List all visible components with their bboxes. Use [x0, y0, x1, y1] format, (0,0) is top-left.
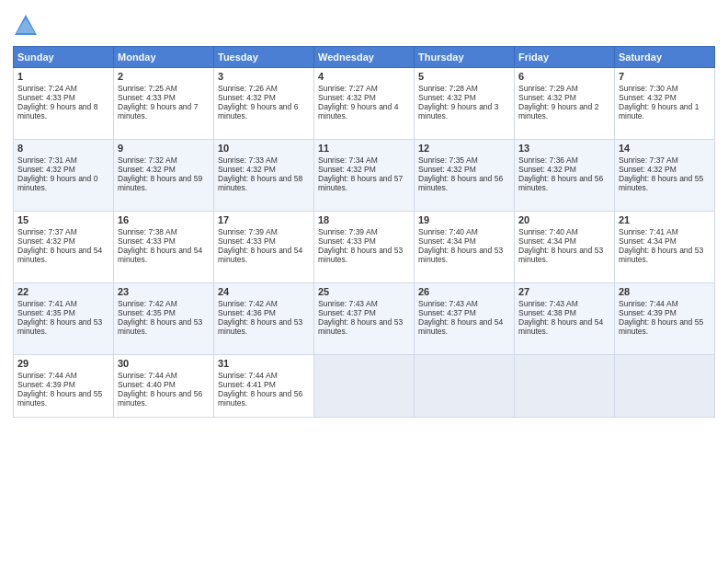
sunset: Sunset: 4:32 PM — [218, 165, 276, 174]
calendar-cell: 24Sunrise: 7:42 AMSunset: 4:36 PMDayligh… — [214, 283, 314, 355]
calendar-cell: 26Sunrise: 7:43 AMSunset: 4:37 PMDayligh… — [415, 283, 515, 355]
sunset: Sunset: 4:35 PM — [17, 308, 75, 317]
calendar-cell: 28Sunrise: 7:44 AMSunset: 4:39 PMDayligh… — [615, 283, 715, 355]
daylight: Daylight: 9 hours and 2 minutes. — [518, 102, 598, 121]
day-number: 23 — [118, 286, 210, 297]
sunset: Sunset: 4:32 PM — [619, 165, 677, 174]
sunrise: Sunrise: 7:33 AM — [218, 155, 278, 165]
week-row-3: 15Sunrise: 7:37 AMSunset: 4:32 PMDayligh… — [14, 212, 715, 283]
day-header-friday: Friday — [515, 47, 615, 68]
daylight: Daylight: 8 hours and 54 minutes. — [218, 246, 302, 264]
sunrise: Sunrise: 7:39 AM — [218, 227, 278, 236]
calendar-cell: 7Sunrise: 7:30 AMSunset: 4:32 PMDaylight… — [615, 68, 715, 140]
sunset: Sunset: 4:34 PM — [418, 236, 476, 246]
daylight: Daylight: 8 hours and 53 minutes. — [318, 246, 403, 264]
day-number: 24 — [218, 286, 310, 297]
sunset: Sunset: 4:33 PM — [118, 93, 176, 102]
calendar-cell: 9Sunrise: 7:32 AMSunset: 4:32 PMDaylight… — [114, 140, 214, 212]
sunrise: Sunrise: 7:26 AM — [218, 84, 278, 93]
calendar-cell: 16Sunrise: 7:38 AMSunset: 4:33 PMDayligh… — [114, 212, 214, 283]
daylight: Daylight: 8 hours and 56 minutes. — [418, 174, 503, 192]
sunrise: Sunrise: 7:41 AM — [619, 227, 678, 236]
sunrise: Sunrise: 7:41 AM — [17, 299, 77, 308]
daylight: Daylight: 8 hours and 53 minutes. — [318, 317, 403, 336]
sunset: Sunset: 4:39 PM — [17, 380, 75, 389]
day-number: 19 — [418, 214, 510, 225]
sunrise: Sunrise: 7:29 AM — [518, 84, 578, 93]
day-number: 31 — [218, 358, 310, 369]
calendar-cell: 27Sunrise: 7:43 AMSunset: 4:38 PMDayligh… — [515, 283, 615, 355]
daylight: Daylight: 9 hours and 7 minutes. — [118, 102, 198, 121]
calendar-cell: 15Sunrise: 7:37 AMSunset: 4:32 PMDayligh… — [14, 212, 114, 283]
sunset: Sunset: 4:32 PM — [518, 93, 576, 102]
day-number: 10 — [218, 143, 310, 154]
daylight: Daylight: 8 hours and 53 minutes. — [518, 246, 603, 264]
sunrise: Sunrise: 7:44 AM — [619, 299, 678, 308]
week-row-5: 29Sunrise: 7:44 AMSunset: 4:39 PMDayligh… — [14, 355, 715, 418]
day-header-sunday: Sunday — [14, 47, 114, 68]
day-number: 9 — [118, 143, 210, 154]
day-number: 17 — [218, 214, 310, 225]
daylight: Daylight: 9 hours and 6 minutes. — [218, 102, 298, 121]
day-number: 8 — [17, 143, 109, 154]
sunrise: Sunrise: 7:31 AM — [17, 155, 77, 165]
calendar-cell: 19Sunrise: 7:40 AMSunset: 4:34 PMDayligh… — [415, 212, 515, 283]
day-number: 2 — [118, 71, 210, 82]
calendar-cell: 20Sunrise: 7:40 AMSunset: 4:34 PMDayligh… — [515, 212, 615, 283]
day-number: 13 — [518, 143, 610, 154]
day-number: 3 — [218, 71, 310, 82]
sunrise: Sunrise: 7:37 AM — [17, 227, 77, 236]
sunset: Sunset: 4:41 PM — [218, 380, 276, 389]
sunset: Sunset: 4:33 PM — [318, 236, 376, 246]
daylight: Daylight: 8 hours and 53 minutes. — [418, 246, 503, 264]
sunrise: Sunrise: 7:44 AM — [118, 371, 177, 380]
sunrise: Sunrise: 7:36 AM — [518, 155, 578, 165]
sunset: Sunset: 4:32 PM — [17, 165, 75, 174]
daylight: Daylight: 9 hours and 8 minutes. — [17, 102, 97, 121]
day-number: 20 — [518, 214, 610, 225]
day-number: 18 — [318, 214, 410, 225]
sunrise: Sunrise: 7:27 AM — [318, 84, 378, 93]
sunrise: Sunrise: 7:42 AM — [218, 299, 278, 308]
sunrise: Sunrise: 7:43 AM — [318, 299, 378, 308]
daylight: Daylight: 8 hours and 55 minutes. — [619, 317, 703, 336]
day-number: 1 — [17, 71, 109, 82]
daylight: Daylight: 8 hours and 59 minutes. — [118, 174, 202, 192]
day-number: 6 — [518, 71, 610, 82]
day-number: 28 — [619, 286, 711, 297]
calendar-cell: 14Sunrise: 7:37 AMSunset: 4:32 PMDayligh… — [615, 140, 715, 212]
week-row-4: 22Sunrise: 7:41 AMSunset: 4:35 PMDayligh… — [14, 283, 715, 355]
calendar-cell: 31Sunrise: 7:44 AMSunset: 4:41 PMDayligh… — [214, 355, 314, 418]
sunset: Sunset: 4:32 PM — [518, 165, 576, 174]
calendar-cell: 10Sunrise: 7:33 AMSunset: 4:32 PMDayligh… — [214, 140, 314, 212]
sunrise: Sunrise: 7:40 AM — [518, 227, 578, 236]
calendar-cell: 25Sunrise: 7:43 AMSunset: 4:37 PMDayligh… — [314, 283, 415, 355]
daylight: Daylight: 8 hours and 54 minutes. — [17, 246, 102, 264]
sunset: Sunset: 4:32 PM — [619, 93, 677, 102]
daylight: Daylight: 8 hours and 56 minutes. — [218, 389, 302, 408]
day-header-saturday: Saturday — [615, 47, 715, 68]
sunset: Sunset: 4:36 PM — [218, 308, 276, 317]
daylight: Daylight: 9 hours and 0 minutes. — [17, 174, 97, 192]
sunset: Sunset: 4:32 PM — [118, 165, 176, 174]
day-number: 30 — [118, 358, 210, 369]
logo-icon — [13, 13, 39, 39]
calendar-cell — [415, 355, 515, 418]
daylight: Daylight: 9 hours and 4 minutes. — [318, 102, 398, 121]
sunset: Sunset: 4:34 PM — [518, 236, 576, 246]
calendar-cell: 22Sunrise: 7:41 AMSunset: 4:35 PMDayligh… — [14, 283, 114, 355]
header — [13, 9, 715, 39]
sunrise: Sunrise: 7:25 AM — [118, 84, 177, 93]
day-number: 4 — [318, 71, 410, 82]
sunrise: Sunrise: 7:38 AM — [118, 227, 177, 236]
calendar-cell: 4Sunrise: 7:27 AMSunset: 4:32 PMDaylight… — [314, 68, 415, 140]
daylight: Daylight: 8 hours and 54 minutes. — [418, 317, 503, 336]
day-number: 14 — [619, 143, 711, 154]
calendar-cell: 1Sunrise: 7:24 AMSunset: 4:33 PMDaylight… — [14, 68, 114, 140]
calendar-cell: 5Sunrise: 7:28 AMSunset: 4:32 PMDaylight… — [415, 68, 515, 140]
calendar-cell: 12Sunrise: 7:35 AMSunset: 4:32 PMDayligh… — [415, 140, 515, 212]
sunset: Sunset: 4:32 PM — [17, 236, 75, 246]
day-number: 11 — [318, 143, 410, 154]
sunset: Sunset: 4:32 PM — [218, 93, 276, 102]
sunrise: Sunrise: 7:40 AM — [418, 227, 478, 236]
